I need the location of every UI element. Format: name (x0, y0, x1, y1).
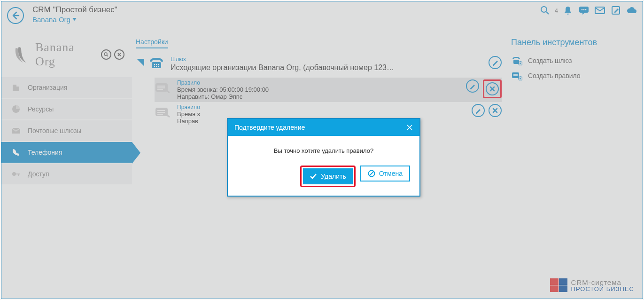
svg-point-23 (158, 66, 159, 67)
envelope-icon (11, 126, 21, 136)
phone-gateway-icon (148, 56, 165, 69)
collapse-icon[interactable] (136, 58, 145, 67)
footer-line-2: ПРОСТОЙ БИЗНЕС (571, 286, 634, 292)
edit-icon[interactable] (610, 4, 622, 16)
gateway-description: Исходящие организации Banana Org, (добав… (171, 63, 484, 72)
svg-point-5 (585, 9, 587, 10)
svg-line-31 (369, 172, 373, 176)
delete-rule-button[interactable] (489, 104, 502, 117)
button-label: Удалить (321, 173, 346, 180)
phone-icon (11, 147, 21, 158)
bell-icon[interactable] (562, 4, 574, 16)
svg-rect-16 (18, 174, 19, 176)
dialog-message: Вы точно хотите удалить правило? (237, 147, 410, 154)
create-rule-button[interactable]: Создать правило (511, 68, 633, 83)
rule-icon (155, 106, 171, 118)
svg-rect-17 (152, 62, 161, 68)
svg-point-0 (541, 7, 547, 12)
svg-point-20 (158, 64, 159, 65)
rule-icon (155, 81, 171, 94)
delete-button-highlight: Удалить (300, 166, 355, 187)
back-button[interactable] (7, 7, 24, 24)
org-dropdown[interactable]: Banana Org (32, 16, 117, 24)
logo-search-icon[interactable] (101, 49, 111, 60)
app-title: CRM "Простой бизнес" (32, 5, 117, 15)
vendor-logo: CRM-система ПРОСТОЙ БИЗНЕС (550, 278, 634, 292)
org-logo: Banana Org (1, 40, 132, 77)
sidebar-item-access[interactable]: Доступ (1, 164, 132, 185)
rule-label: Правило (177, 104, 460, 111)
tools-panel: Панель инструментов Создать шлюз Создать… (502, 38, 633, 299)
pie-icon (11, 104, 21, 114)
check-icon (310, 173, 317, 180)
key-icon (11, 169, 21, 179)
create-gateway-button[interactable]: Создать шлюз (511, 53, 633, 68)
cloud-icon[interactable] (626, 4, 638, 16)
sidebar-item-org[interactable]: Организация (1, 77, 132, 99)
sidebar: Banana Org Организация Ресурсы Почтовые … (1, 27, 132, 299)
svg-point-19 (156, 64, 157, 65)
header: CRM "Простой бизнес" Banana Org 4 (1, 1, 643, 27)
logo-close-icon[interactable] (114, 49, 124, 60)
dialog-title: Подтвердите удаление (234, 124, 305, 131)
tools-title: Панель инструментов (511, 38, 633, 47)
chat-icon[interactable] (578, 4, 590, 16)
tab-settings[interactable]: Настройки (136, 38, 168, 48)
svg-rect-11 (16, 87, 19, 91)
arrow-left-icon (11, 11, 20, 20)
building-icon (11, 82, 21, 93)
edit-gateway-button[interactable] (489, 56, 502, 69)
edit-rule-button[interactable] (466, 79, 479, 93)
close-icon[interactable] (406, 124, 413, 131)
confirm-delete-dialog: Подтвердите удаление Вы точно хотите уда… (227, 118, 420, 197)
logo-text: Banana Org (35, 40, 98, 69)
svg-point-18 (154, 64, 155, 65)
sidebar-item-mail-gateways[interactable]: Почтовые шлюзы (1, 120, 132, 142)
search-icon[interactable] (539, 4, 551, 16)
rule-add-icon (511, 71, 522, 80)
org-name: Banana Org (32, 16, 70, 24)
svg-rect-26 (513, 60, 519, 64)
banana-icon (13, 45, 32, 64)
delete-rule-highlight (483, 79, 502, 98)
svg-rect-28 (512, 72, 519, 78)
svg-line-9 (107, 55, 109, 57)
sidebar-item-label: Телефония (28, 149, 62, 156)
sidebar-item-telephony[interactable]: Телефония (1, 142, 132, 164)
footer-line-1: CRM-система (571, 279, 634, 286)
sidebar-item-label: Почтовые шлюзы (28, 127, 81, 134)
svg-point-21 (154, 66, 155, 67)
app-window: CRM "Простой бизнес" Banana Org 4 Banana… (1, 1, 643, 299)
rule-label: Правило (177, 79, 455, 86)
svg-point-14 (12, 172, 16, 176)
gateway-add-icon (511, 56, 522, 65)
svg-rect-10 (13, 85, 16, 91)
top-toolbar: 4 (539, 4, 638, 16)
tool-label: Создать шлюз (528, 57, 572, 64)
mail-icon[interactable] (594, 4, 606, 16)
sidebar-item-label: Организация (28, 84, 67, 91)
svg-point-3 (582, 9, 583, 10)
cancel-button[interactable]: Отмена (360, 166, 410, 182)
rule-route: Направить: Омар Эппс (177, 93, 455, 100)
confirm-delete-button[interactable]: Удалить (303, 168, 352, 184)
sidebar-item-label: Доступ (28, 170, 49, 178)
rule-time: Время з (177, 111, 460, 118)
gateway-label: Шлюз (171, 56, 484, 63)
svg-point-8 (104, 53, 107, 55)
rule-item[interactable]: Правило Время звонка: 05:00:00 19:00:00 … (155, 78, 502, 102)
button-label: Отмена (379, 170, 403, 177)
svg-point-22 (156, 66, 157, 67)
edit-rule-button[interactable] (472, 104, 485, 117)
svg-line-1 (546, 12, 549, 14)
chevron-down-icon (72, 18, 77, 21)
notif-count: 4 (555, 7, 558, 14)
sidebar-item-label: Ресурсы (28, 105, 54, 113)
svg-point-4 (583, 9, 585, 10)
sidebar-item-resources[interactable]: Ресурсы (1, 99, 132, 120)
cancel-icon (368, 170, 375, 177)
rule-time: Время звонка: 05:00:00 19:00:00 (177, 86, 455, 93)
delete-rule-button[interactable] (486, 82, 499, 95)
tool-label: Создать правило (528, 72, 581, 79)
